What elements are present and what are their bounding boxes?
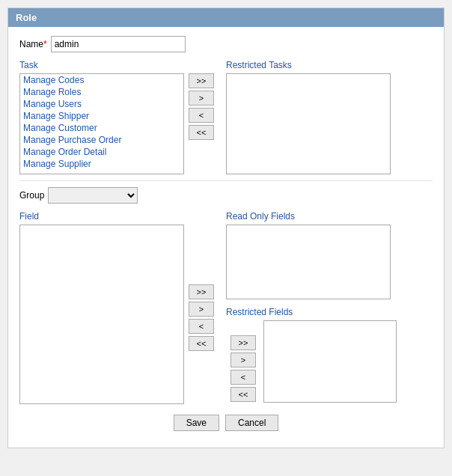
footer-buttons: Save Cancel — [19, 415, 433, 439]
field-right-col: Read Only Fields Restricted Fields >> > — [226, 211, 397, 404]
restricted-tasks-list[interactable] — [226, 73, 391, 174]
field-move-left-button[interactable]: < — [189, 319, 214, 334]
field-label: Field — [19, 211, 219, 222]
list-item[interactable]: Manage Order Detail — [20, 146, 183, 158]
task-right: Restricted Tasks — [226, 60, 391, 174]
restricted-fields-list[interactable] — [263, 320, 397, 403]
group-select[interactable] — [48, 187, 138, 204]
list-item[interactable]: Manage Shipper — [20, 110, 183, 122]
task-section: Task Manage Codes Manage Roles Manage Us… — [19, 60, 433, 174]
name-input[interactable] — [51, 36, 186, 52]
field-dual: >> > < << — [19, 225, 219, 404]
read-only-label: Read Only Fields — [226, 211, 397, 222]
restricted-tasks-label: Restricted Tasks — [226, 60, 391, 70]
restricted-field-dual: >> > < << — [226, 320, 397, 403]
field-list[interactable] — [19, 225, 184, 404]
task-move-left-button[interactable]: < — [189, 108, 214, 123]
task-move-right-button[interactable]: > — [189, 91, 214, 106]
group-label: Group — [19, 190, 44, 201]
field-move-right-button[interactable]: > — [189, 302, 214, 317]
field-left-col: Field >> > < << — [19, 211, 219, 404]
task-label: Task — [19, 60, 219, 70]
list-item[interactable]: Manage Purchase Order — [20, 134, 183, 146]
field-move-all-left-button[interactable]: << — [189, 336, 214, 351]
panel-body: Name* Task Manage Codes Manage Roles Man… — [8, 27, 444, 448]
divider-1 — [19, 180, 433, 181]
restricted-transfer-buttons: >> > < << — [226, 335, 260, 402]
task-move-all-right-button[interactable]: >> — [189, 73, 214, 88]
task-dual: Manage Codes Manage Roles Manage Users M… — [19, 73, 219, 174]
list-item[interactable]: Manage Roles — [20, 86, 183, 98]
task-left: Task Manage Codes Manage Roles Manage Us… — [19, 60, 219, 174]
list-item[interactable]: Manage Supplier — [20, 158, 183, 170]
list-item[interactable]: Manage Users — [20, 98, 183, 110]
list-item[interactable]: Manage Codes — [20, 74, 183, 86]
list-item[interactable]: Manage Customer — [20, 122, 183, 134]
save-button[interactable]: Save — [174, 415, 219, 431]
task-list[interactable]: Manage Codes Manage Roles Manage Users M… — [19, 73, 184, 174]
restricted-move-right-button[interactable]: > — [230, 353, 256, 367]
read-only-block: Read Only Fields — [226, 211, 397, 299]
task-move-all-left-button[interactable]: << — [189, 125, 214, 140]
read-only-list[interactable] — [226, 225, 391, 299]
field-transfer-buttons: >> > < << — [184, 284, 219, 351]
restricted-move-all-right-button[interactable]: >> — [230, 335, 256, 350]
group-row: Group — [19, 187, 433, 204]
restricted-move-left-button[interactable]: < — [230, 370, 256, 385]
task-transfer-buttons: >> > < << — [184, 73, 219, 140]
panel-header: Role — [8, 8, 444, 27]
field-move-all-right-button[interactable]: >> — [189, 284, 214, 299]
restricted-move-all-left-button[interactable]: << — [230, 387, 256, 402]
panel-title: Role — [16, 12, 37, 23]
role-panel: Role Name* Task Manage Codes Manage Role… — [7, 7, 445, 448]
restricted-fields-label: Restricted Fields — [226, 307, 397, 317]
fields-section: Field >> > < << Read Only Fields — [19, 211, 433, 404]
name-row: Name* — [19, 36, 433, 52]
restricted-fields-block: Restricted Fields >> > < << — [226, 307, 397, 403]
name-label: Name* — [19, 39, 47, 49]
cancel-button[interactable]: Cancel — [225, 415, 278, 431]
